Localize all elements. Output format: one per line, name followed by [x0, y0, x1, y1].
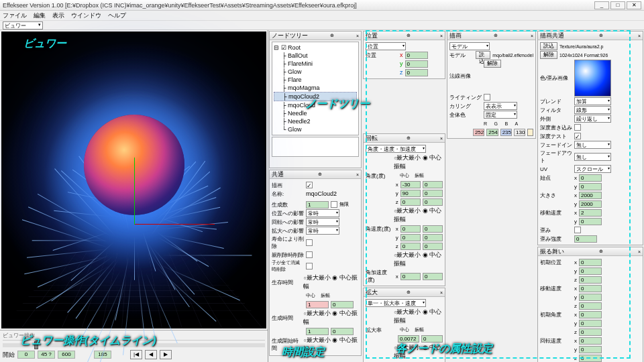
frame-value[interactable]: 45 ?	[38, 351, 55, 359]
scale-header: 拡大	[366, 288, 378, 297]
viewer-canvas[interactable]	[1, 32, 266, 328]
texture-preview	[574, 60, 611, 97]
culling-select[interactable]: 表表示	[484, 102, 517, 110]
draw-checkbox[interactable]: ✓	[306, 182, 313, 188]
rot-mode[interactable]: 角度・速度・加速度	[366, 145, 426, 153]
draw-header: 描画	[449, 32, 462, 40]
name-field[interactable]: mqoCloud2	[306, 190, 337, 197]
rotation-header: 回転	[366, 134, 378, 143]
start-value[interactable]: 0	[17, 351, 35, 359]
gen-count[interactable]: 1	[306, 201, 329, 208]
close-icon[interactable]: ×	[356, 34, 359, 38]
close-button[interactable]: ✕	[627, 1, 641, 9]
node-tree[interactable]: ⊟ ☑ Root ├ BallOut ├ FlareMini ├ Glow ├ …	[272, 42, 359, 135]
behavior-header: 振る舞い	[540, 247, 564, 256]
load-button[interactable]: 読込	[476, 51, 490, 59]
wrap-select[interactable]: 繰り返し	[574, 115, 611, 123]
filter-select[interactable]: 線形	[574, 106, 611, 114]
titlebar: Effekseer Version 1.00 [E:¥Dropbox (ICS …	[0, 0, 644, 11]
timeline-slider[interactable]	[3, 343, 265, 347]
menu-window[interactable]: ウインドウ	[71, 11, 101, 20]
position-header: 位置	[366, 32, 378, 40]
uv-select[interactable]: スクロール	[574, 165, 611, 173]
menu-edit[interactable]: 編集	[34, 11, 46, 20]
window-title: Effekseer Version 1.00 [E:¥Dropbox (ICS …	[3, 2, 594, 9]
minimize-button[interactable]: _	[594, 1, 609, 9]
pos-mode[interactable]: 位置	[366, 42, 406, 50]
allcolor-select[interactable]: 固定	[484, 111, 517, 119]
rot-influence[interactable]: 常時	[306, 218, 339, 226]
play-button[interactable]: ▶	[160, 350, 172, 359]
start-label: 開始	[3, 351, 15, 359]
maximize-button[interactable]: □	[610, 1, 625, 9]
step-back-button[interactable]: ◀	[145, 350, 157, 359]
tree-header: ノードツリー	[272, 32, 308, 40]
release-button[interactable]: 解除	[484, 60, 501, 68]
scl-mode[interactable]: 単一・拡大率・速度	[366, 299, 426, 307]
viewer-combo[interactable]: ビュワー	[3, 21, 43, 29]
rewind-button[interactable]: |◀	[130, 350, 142, 359]
menu-view[interactable]: 表示	[52, 11, 64, 20]
menubar: ファイル 編集 表示 ウインドウ ヘルプ	[0, 11, 644, 21]
blend-select[interactable]: 加算	[574, 97, 611, 105]
pin-icon[interactable]: ⊕	[330, 33, 334, 38]
control-header: ビュワー操作	[3, 332, 265, 341]
scl-influence[interactable]: 常時	[306, 227, 339, 235]
menu-help[interactable]: ヘルプ	[108, 11, 126, 20]
drawcommon-header: 描画共通	[540, 32, 564, 40]
common-header: 共通	[272, 170, 284, 179]
menu-file[interactable]: ファイル	[3, 11, 27, 20]
toolbar: ビュワー	[0, 21, 644, 30]
pos-influence[interactable]: 常時	[306, 209, 339, 217]
draw-mode[interactable]: モデル	[449, 42, 490, 50]
end-value[interactable]: 600	[58, 351, 75, 359]
